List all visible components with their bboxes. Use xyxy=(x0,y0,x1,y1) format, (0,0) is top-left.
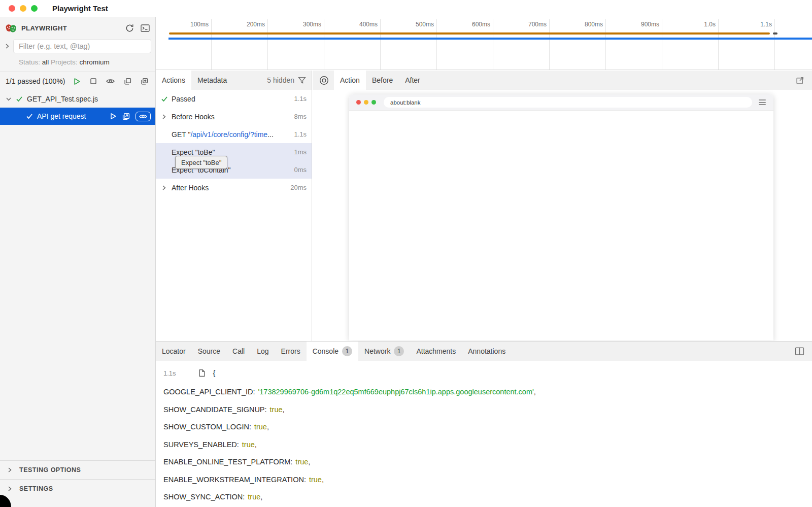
console-key: SHOW_CUSTOM_LOGIN: xyxy=(163,423,251,431)
reload-icon[interactable] xyxy=(125,24,134,32)
action-label: After Hooks xyxy=(172,184,209,192)
watch-all-icon[interactable] xyxy=(106,78,115,85)
tab-metadata[interactable]: Metadata xyxy=(191,71,233,90)
section-settings[interactable]: SETTINGS xyxy=(0,479,155,498)
chevron-right-icon[interactable] xyxy=(161,185,172,191)
menu-icon[interactable] xyxy=(759,99,766,105)
open-source-icon[interactable] xyxy=(122,113,130,120)
close-window-button[interactable] xyxy=(9,5,15,12)
sidebar: PLAYWRIGHT Status: all Projects: chromiu… xyxy=(0,17,156,507)
timeline-tick: 800ms xyxy=(550,19,606,70)
action-duration: 8ms xyxy=(294,113,307,120)
sidebar-title: PLAYWRIGHT xyxy=(21,24,67,32)
sidebar-sections: TESTING OPTIONS SETTINGS xyxy=(0,460,155,498)
timeline-tick: 900ms xyxy=(606,19,662,70)
console-key: ENABLE_WORKSTREAM_INTEGRATION: xyxy=(163,476,306,484)
collapse-all-icon[interactable] xyxy=(124,78,131,85)
console-line: ENABLE_ONLINE_TEST_PLATFORM: true , xyxy=(160,453,812,471)
action-duration: 1ms xyxy=(294,148,307,156)
action-row-before-hooks[interactable]: Before Hooks 8ms xyxy=(156,108,312,125)
action-row-get-request[interactable]: GET "/api/v1/core/config/?time... 1.1s xyxy=(156,125,312,143)
test-row-selected[interactable]: API get request xyxy=(0,108,155,125)
action-duration: 1.1s xyxy=(294,95,307,103)
bottom-tabbar: Locator Source Call Log Errors Console 1… xyxy=(156,341,812,361)
minimize-window-button[interactable] xyxy=(20,5,26,12)
console-value: true xyxy=(242,441,255,449)
split-view-icon[interactable] xyxy=(795,347,804,355)
sidebar-header: PLAYWRIGHT xyxy=(0,17,155,39)
chevron-right-icon[interactable] xyxy=(4,43,10,49)
watch-test-icon[interactable] xyxy=(136,112,151,121)
stop-icon[interactable] xyxy=(90,78,97,85)
tab-action[interactable]: Action xyxy=(334,71,366,90)
tab-call[interactable]: Call xyxy=(226,342,251,361)
action-row-passed[interactable]: Passed 1.1s xyxy=(156,90,312,108)
tab-before[interactable]: Before xyxy=(366,71,399,90)
section-testing-options[interactable]: TESTING OPTIONS xyxy=(0,460,155,479)
actions-panel: Actions Metadata 5 hidden Passed 1.1s Be… xyxy=(156,71,312,341)
tab-attachments[interactable]: Attachments xyxy=(410,342,462,361)
pick-locator-icon[interactable] xyxy=(319,76,329,85)
ellipsis: ... xyxy=(267,130,274,139)
projects-value[interactable]: chromium xyxy=(79,58,109,66)
terminal-icon[interactable] xyxy=(141,24,150,32)
console-value: true xyxy=(248,493,260,501)
chevron-right-icon xyxy=(7,486,13,492)
open-external-icon[interactable] xyxy=(796,76,804,85)
action-label: GET " xyxy=(172,130,190,139)
tab-source[interactable]: Source xyxy=(192,342,226,361)
tab-network[interactable]: Network 1 xyxy=(358,342,410,361)
console-line: ENABLE_WORKSTREAM_INTEGRATION: true , xyxy=(160,471,812,489)
tab-errors[interactable]: Errors xyxy=(275,342,307,361)
tab-console[interactable]: Console 1 xyxy=(307,342,358,361)
timeline[interactable]: 100ms 200ms 300ms 400ms 500ms 600ms 700m… xyxy=(156,17,812,70)
tab-log[interactable]: Log xyxy=(251,342,275,361)
timeline-tick: 400ms xyxy=(324,19,381,70)
spec-file-row[interactable]: GET_API_Test.spec.js xyxy=(0,90,155,108)
console-value: true xyxy=(270,405,283,414)
timeline-test-bar[interactable] xyxy=(169,32,770,35)
status-value[interactable]: all xyxy=(42,58,49,66)
run-all-icon[interactable] xyxy=(73,78,81,85)
filter-input[interactable] xyxy=(13,39,151,53)
actions-tabbar: Actions Metadata 5 hidden xyxy=(156,71,312,90)
timeline-network-bar[interactable] xyxy=(168,38,812,40)
action-label: Expect "toBe" xyxy=(172,148,215,156)
test-list-toolbar: 1/1 passed (100%) xyxy=(0,72,155,90)
console-output: 1.1s { GOOGLE_API_CLIENT_ID: '1738299697… xyxy=(156,361,812,506)
console-key: GOOGLE_API_CLIENT_ID: xyxy=(163,388,255,396)
window-title: Playwright Test xyxy=(52,4,108,13)
action-label: Passed xyxy=(172,95,195,103)
timeline-tick: 500ms xyxy=(381,19,437,70)
network-count-badge: 1 xyxy=(394,346,404,356)
console-key: SHOW_CANDIDATE_SIGNUP: xyxy=(163,405,267,414)
console-line: SURVEYS_ENABLED: true , xyxy=(160,436,812,454)
console-line: SHOW_CANDIDATE_SIGNUP: true , xyxy=(160,401,812,419)
timeline-afterhooks-bar[interactable] xyxy=(773,32,777,35)
run-test-icon[interactable] xyxy=(110,113,117,120)
tab-annotations[interactable]: Annotations xyxy=(462,342,512,361)
console-count-badge: 1 xyxy=(342,346,352,356)
traffic-lights xyxy=(9,5,38,12)
status-label: Status: xyxy=(19,58,40,66)
snapshot-chrome: about:blank xyxy=(349,94,773,111)
action-row-after-hooks[interactable]: After Hooks 20ms xyxy=(156,179,312,196)
console-value: '173829969706-gd6m1q22eq5mf669euphpj67cl… xyxy=(258,388,534,396)
tab-after[interactable]: After xyxy=(399,71,426,90)
projects-label: Projects: xyxy=(51,58,78,66)
expand-all-icon[interactable] xyxy=(141,78,148,85)
bottom-panel: Locator Source Call Log Errors Console 1… xyxy=(156,341,812,507)
tab-actions[interactable]: Actions xyxy=(156,71,191,90)
titlebar: Playwright Test xyxy=(0,0,812,17)
tab-locator[interactable]: Locator xyxy=(156,342,192,361)
chevron-right-icon[interactable] xyxy=(161,114,172,120)
zoom-window-button[interactable] xyxy=(31,5,38,12)
inspector-panel: Action Before After about:blank xyxy=(313,71,812,341)
chevron-down-icon[interactable] xyxy=(6,96,12,102)
address-bar[interactable]: about:blank xyxy=(384,97,752,108)
timeline-tick: 1.1s xyxy=(719,19,775,70)
page-icon[interactable] xyxy=(198,369,206,377)
request-url-link[interactable]: /api/v1/core/config/?time xyxy=(190,130,267,139)
filter-funnel-icon[interactable] xyxy=(298,77,306,84)
console-key: SURVEYS_ENABLED: xyxy=(163,441,239,449)
